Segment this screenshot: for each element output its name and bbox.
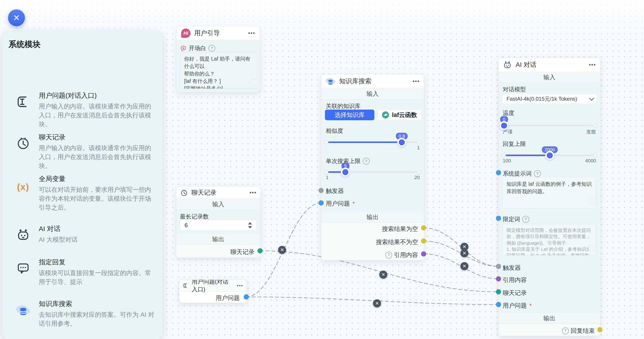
node-title: 用户引导	[194, 29, 220, 38]
limit-words-textarea[interactable]: 限定模型对话范围，会被放置在本次提问前，拥有强引导和限定性。可使用变量，例如 {…	[502, 224, 596, 256]
model-label: 对话模型	[503, 85, 526, 93]
ai-history-input: 聊天记录	[503, 289, 527, 297]
sidebar-item-chat-history[interactable]: 聊天记录 用户输入的内容。该模块通常作为应用的入口，用户在发送消息后会首先执行该…	[15, 133, 154, 170]
module-desc: 去知识库中搜索对应的答案。可作为 AI 对话引用参考。	[39, 310, 154, 328]
guide-avatar: Hi	[181, 28, 190, 38]
select-dataset-button[interactable]: 选择知识库	[325, 110, 374, 120]
port-dot-ai-history[interactable]	[496, 289, 501, 295]
sidebar-item-user-question[interactable]: 用户问题(对话入口) 用户输入的内容。该模块通常作为应用的入口，用户在发送消息后…	[15, 91, 154, 128]
help-icon[interactable]: ?	[385, 252, 392, 259]
ai-quote-input: 引用内容	[503, 276, 527, 284]
close-button[interactable]: ✕	[8, 9, 25, 26]
limit-words-label: 限定词 ?	[503, 215, 529, 223]
node-menu-icon[interactable]: •••	[237, 283, 243, 288]
help-icon[interactable]: ?	[534, 170, 541, 177]
delete-edge-button[interactable]: ✕	[373, 299, 381, 307]
port-dot-ai-out-finish[interactable]	[598, 327, 602, 332]
node-title: 用户问题(对话入口)	[192, 280, 234, 293]
module-title: 知识库搜索	[39, 299, 154, 309]
port-dot-ai-trigger[interactable]	[496, 264, 501, 269]
node-user-guide[interactable]: Hi 用户引导 ••• 开场白 ? 你好，我是 Laf 助手，请问有什么可以 帮…	[176, 26, 260, 92]
sidebar-title: 系统模块	[8, 39, 40, 50]
port-dot-kb-out-not-empty[interactable]	[421, 239, 426, 244]
model-select[interactable]: FastAI-4k(0.015元/1k Tokens)	[502, 94, 597, 104]
flow-canvas[interactable]: ✕ ✕ ✕ ✕ ✕ ✕ Hi 用户引导 ••• 开场白 ? 你好，我是 Laf …	[0, 0, 644, 339]
sidebar-item-fixed-reply[interactable]: 指定回复 该模块可以直接回复一段指定的内容。常用于引导、提示	[15, 258, 154, 287]
port-dot-ai-sys-prompt[interactable]	[496, 170, 501, 175]
input-section-header: 输入	[176, 199, 260, 210]
node-menu-icon[interactable]: •••	[589, 62, 596, 68]
module-title: 用户问题(对话入口)	[39, 91, 154, 100]
port-dot-kb-trigger[interactable]	[319, 188, 324, 193]
decrement-arrow-icon[interactable]	[248, 226, 252, 229]
module-sidebar: 系统模块 用户问题(对话入口) 用户输入的内容。该模块通常作为应用的入口，用户在…	[2, 30, 162, 339]
resize-grip-icon[interactable]	[250, 79, 258, 86]
input-section-header: 输入	[499, 72, 600, 83]
node-kb-search[interactable]: 知识库搜索 ••• 输入 关联的知识库 选择知识库 laf云函数 相似度 0.8…	[321, 74, 424, 260]
help-icon[interactable]: ?	[522, 216, 529, 223]
module-desc: 该模块可以直接回复一段指定的内容。常用于引导、提示	[39, 269, 154, 287]
ai-trigger-input: 触发器	[503, 264, 521, 272]
temperature-slider[interactable]	[504, 125, 595, 126]
port-dot-kb-out-quote[interactable]	[421, 252, 426, 257]
node-title: AI 对话	[516, 60, 536, 69]
resize-grip-icon[interactable]	[588, 245, 597, 252]
output-section-header: 输出	[321, 212, 424, 223]
edge-question-to-ai-question[interactable]	[246, 297, 498, 305]
similarity-max-label: 1	[417, 145, 420, 151]
similarity-slider-handle[interactable]	[398, 138, 406, 147]
port-dot-history-out[interactable]	[258, 248, 263, 254]
robot-icon	[16, 227, 30, 242]
port-dot-ai-quote[interactable]	[496, 276, 501, 282]
welcome-textarea[interactable]: 你好，我是 Laf 助手，请问有什么可以 帮助你的么？ [laf 有什么用？ ]…	[180, 52, 257, 89]
temperature-slider-handle[interactable]	[500, 121, 508, 130]
port-dot-ai-question[interactable]	[496, 302, 501, 307]
resize-grip-icon[interactable]	[588, 198, 597, 205]
number-stepper[interactable]	[248, 222, 252, 229]
node-user-question[interactable]: 用户问题(对话入口) ••• 用户问题	[179, 280, 247, 303]
laf-icon	[382, 111, 389, 119]
max-tokens-max-label: 4000	[585, 158, 596, 164]
delete-edge-button[interactable]: ✕	[278, 246, 286, 254]
node-ai-chat[interactable]: AI 对话 ••• 输入 对话模型 FastAI-4k(0.015元/1k To…	[498, 57, 600, 336]
node-title: 聊天记录	[192, 188, 216, 197]
dataset-tag[interactable]: laf云函数	[378, 110, 422, 120]
delete-edge-button[interactable]: ✕	[460, 249, 468, 257]
port-dot-kb-out-empty[interactable]	[421, 225, 426, 231]
max-tokens-label: 回复上限	[503, 140, 526, 148]
help-icon[interactable]: ?	[208, 45, 215, 52]
max-records-input[interactable]: 6	[180, 220, 257, 231]
temp-max-label: 发散	[586, 128, 596, 135]
robot-icon	[503, 60, 512, 69]
port-dot-ai-limit[interactable]	[496, 216, 501, 221]
node-menu-icon[interactable]: •••	[248, 30, 255, 36]
question-out: 用户问题	[216, 294, 240, 302]
search-limit-slider[interactable]	[326, 171, 419, 173]
kb-database-icon	[16, 303, 30, 317]
node-menu-icon[interactable]: •••	[250, 190, 257, 196]
max-tokens-slider-handle[interactable]	[546, 151, 554, 160]
node-chat-history[interactable]: 聊天记录 ••• 输入 最长记录数 6 输出 聊天记录	[176, 186, 260, 258]
help-icon[interactable]: ?	[562, 328, 569, 334]
system-prompt-textarea[interactable]: 知识库是 laf 云函数的例子，参考知识库回答我的问题。	[502, 177, 596, 209]
help-icon[interactable]: ?	[363, 158, 370, 165]
sidebar-item-ai-chat[interactable]: AI 对话 AI 大模型对话	[15, 224, 154, 244]
module-title: AI 对话	[39, 224, 78, 233]
delete-edge-button[interactable]: ✕	[379, 271, 387, 279]
sidebar-item-kb-search[interactable]: 知识库搜索 去知识库中搜索对应的答案。可作为 AI 对话引用参考。	[15, 299, 154, 328]
text-input-icon	[16, 94, 31, 109]
module-title: 指定回复	[39, 258, 154, 267]
chevron-down-icon	[589, 96, 594, 101]
max-records-label: 最长记录数	[180, 213, 209, 221]
input-section-header: 输入	[321, 88, 424, 99]
kb-question-input: 用户问题*	[326, 200, 355, 208]
node-title: 知识库搜索	[339, 77, 372, 86]
port-dot-question-out[interactable]	[244, 295, 249, 300]
search-limit-slider-handle[interactable]	[341, 168, 350, 177]
node-menu-icon[interactable]: •••	[413, 78, 420, 84]
port-dot-kb-question[interactable]	[319, 200, 324, 206]
close-icon: ✕	[13, 13, 20, 23]
increment-arrow-icon[interactable]	[248, 222, 252, 225]
sidebar-item-global-vars[interactable]: (x) 全局变量 可以在对话开始前，要求用户填写一些内容作为本轮对话的变量。该模…	[15, 174, 154, 212]
delete-edge-button[interactable]: ✕	[460, 262, 468, 270]
